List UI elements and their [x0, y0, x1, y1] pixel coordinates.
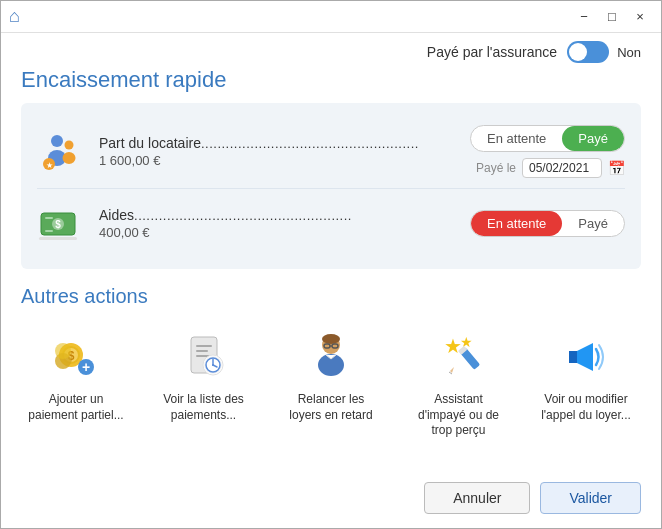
- action-liste-paiements[interactable]: Voir la liste des paiements...: [149, 322, 259, 445]
- toggle-container: Non: [567, 41, 641, 63]
- action-label-assistant-impaye: Assistant d'impayé ou de trop perçu: [410, 392, 508, 439]
- svg-text:★: ★: [460, 334, 473, 350]
- locataire-info: Part du locataire.......................…: [99, 135, 470, 168]
- autres-actions-section: Autres actions $ +: [1, 269, 661, 455]
- svg-point-20: [55, 343, 71, 359]
- close-button[interactable]: ×: [627, 6, 653, 28]
- toggle-knob: [569, 43, 587, 61]
- svg-text:+: +: [82, 359, 90, 375]
- autres-actions-title: Autres actions: [21, 285, 641, 308]
- star-pen-icon: ★ ★: [431, 328, 487, 384]
- action-loyers-retard[interactable]: Relancer les loyers en retard: [276, 322, 386, 445]
- cancel-button[interactable]: Annuler: [424, 482, 530, 514]
- megaphone-icon: [558, 328, 614, 384]
- locataire-pending-btn[interactable]: En attente: [471, 126, 562, 151]
- action-label-loyers-retard: Relancer les loyers en retard: [282, 392, 380, 423]
- svg-point-0: [51, 135, 63, 147]
- locataire-amount: 1 600,00 €: [99, 153, 470, 168]
- payment-row-locataire: ★ Part du locataire.....................…: [37, 115, 625, 188]
- svg-point-2: [65, 140, 74, 149]
- locataire-paid-btn[interactable]: Payé: [562, 126, 624, 151]
- aides-btn-group: En attente Payé: [470, 210, 625, 237]
- action-modifier-appel[interactable]: Voir ou modifier l'appel du loyer...: [531, 322, 641, 445]
- locataire-btn-group: En attente Payé: [470, 125, 625, 152]
- svg-rect-10: [45, 217, 53, 219]
- aides-title: Aides...................................…: [99, 207, 470, 223]
- svg-point-31: [212, 364, 214, 366]
- page-title: Encaissement rapide: [1, 67, 661, 103]
- aides-amount: 400,00 €: [99, 225, 470, 240]
- locataire-date-input[interactable]: [522, 158, 602, 178]
- aides-icon: $: [37, 199, 85, 247]
- minimize-button[interactable]: −: [571, 6, 597, 28]
- action-label-liste-paiements: Voir la liste des paiements...: [155, 392, 253, 423]
- svg-text:$: $: [55, 219, 61, 230]
- insurance-label: Payé par l'assurance: [427, 44, 557, 60]
- actions-grid: $ + Ajouter un paiement partiel...: [21, 322, 641, 445]
- svg-point-33: [322, 334, 340, 344]
- aides-info: Aides...................................…: [99, 207, 470, 240]
- action-label-paiement-partiel: Ajouter un paiement partiel...: [27, 392, 125, 423]
- main-window: ⌂ − □ × Payé par l'assurance Non Encaiss…: [0, 0, 662, 529]
- svg-rect-23: [196, 345, 212, 347]
- locataire-date-row: Payé le 📅: [476, 158, 625, 178]
- aides-pending-btn[interactable]: En attente: [471, 211, 562, 236]
- footer: Annuler Valider: [1, 472, 661, 528]
- calendar-icon[interactable]: 📅: [608, 160, 625, 176]
- home-icon: ⌂: [9, 6, 20, 27]
- person-alert-icon: [303, 328, 359, 384]
- svg-text:★: ★: [46, 161, 53, 170]
- coins-plus-icon: $ +: [48, 328, 104, 384]
- toggle-value-label: Non: [617, 45, 641, 60]
- aides-paid-btn[interactable]: Payé: [562, 211, 624, 236]
- validate-button[interactable]: Valider: [540, 482, 641, 514]
- locataire-date-label: Payé le: [476, 161, 516, 175]
- top-bar: Payé par l'assurance Non: [1, 33, 661, 67]
- locataire-title: Part du locataire.......................…: [99, 135, 470, 151]
- aides-controls: En attente Payé: [470, 210, 625, 237]
- locataire-icon: ★: [37, 128, 85, 176]
- maximize-button[interactable]: □: [599, 6, 625, 28]
- action-paiement-partiel[interactable]: $ + Ajouter un paiement partiel...: [21, 322, 131, 445]
- svg-point-3: [63, 152, 76, 164]
- svg-rect-11: [45, 230, 53, 232]
- action-assistant-impaye[interactable]: ★ ★ Assistant d'impayé ou de trop perçu: [404, 322, 514, 445]
- svg-marker-41: [450, 367, 454, 373]
- insurance-toggle[interactable]: [567, 41, 609, 63]
- clock-list-icon: [176, 328, 232, 384]
- payment-section: ★ Part du locataire.....................…: [21, 103, 641, 269]
- title-bar: ⌂ − □ ×: [1, 1, 661, 33]
- svg-rect-12: [39, 237, 77, 240]
- content-area: Payé par l'assurance Non Encaissement ra…: [1, 33, 661, 528]
- payment-row-aides: $ Aides.................................…: [37, 188, 625, 257]
- locataire-controls: En attente Payé Payé le 📅: [470, 125, 625, 178]
- window-controls: − □ ×: [571, 6, 653, 28]
- action-label-modifier-appel: Voir ou modifier l'appel du loyer...: [537, 392, 635, 423]
- svg-rect-24: [196, 350, 208, 352]
